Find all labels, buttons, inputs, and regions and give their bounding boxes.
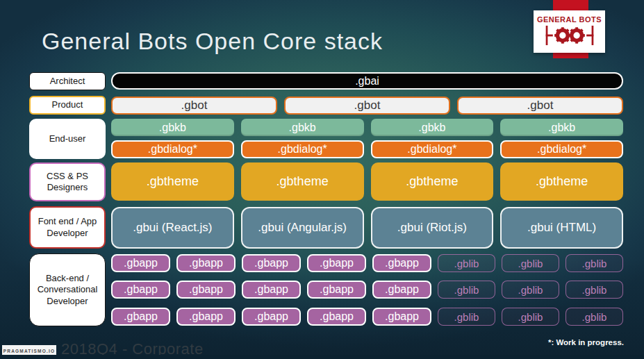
slide: General Bots Open Core stack GENERAL BOT… <box>0 0 644 359</box>
role-label-css-ps-designers: CSS & PS Designers <box>29 162 106 201</box>
stack-box-gbapp: .gbapp <box>242 281 301 299</box>
stack-box-gbui-html: .gbui (HTML) <box>500 207 623 249</box>
role-label-text: CSS & PS Designers <box>35 171 100 194</box>
stack-box-gbapp: .gbapp <box>372 254 431 272</box>
row-gbapp-1: .gbapp .gbapp .gbapp .gbapp .gbapp .gbli… <box>111 254 623 272</box>
role-label-backend-conversational-developer: Back-end / Conversational Developer <box>29 253 106 326</box>
role-label-end-user: End-user <box>29 119 106 159</box>
row-gbdialog: .gbdialog* .gbdialog* .gbdialog* .gbdial… <box>111 140 623 158</box>
gears-icon <box>543 24 597 47</box>
stack-box-gblib: .gblib <box>565 281 623 299</box>
stack-box-gblib: .gblib <box>438 281 495 299</box>
stack-box-gbdialog: .gbdialog* <box>500 140 623 158</box>
stack-box-gbot: .gbot <box>111 97 277 115</box>
row-gbtheme: .gbtheme .gbtheme .gbtheme .gbtheme <box>111 162 623 201</box>
stack-box-gbkb: .gbkb <box>371 119 494 136</box>
stack-box-gbapp: .gbapp <box>111 254 170 272</box>
role-label-frontend-app-developer: Font end / App Developer <box>29 206 106 249</box>
stack-box-gbui-riot: .gbui (Riot.js) <box>371 207 494 249</box>
stack-box-gbapp: .gbapp <box>176 254 236 272</box>
row-gbot: .gbot .gbot .gbot <box>111 97 623 115</box>
stack-box-gbapp: .gbapp <box>307 254 366 272</box>
stack-box-gbui-react: .gbui (React.js) <box>111 207 234 249</box>
stack-box-gbapp: .gbapp <box>176 308 236 326</box>
row-gbkb: .gbkb .gbkb .gbkb .gbkb <box>111 119 623 136</box>
role-label-text: Font end / App Developer <box>35 216 100 239</box>
stack-box-gbtheme: .gbtheme <box>111 162 234 201</box>
general-bots-logo: GENERAL BOTS <box>534 10 605 53</box>
row-gbapp-3: .gbapp .gbapp .gbapp .gbapp .gbapp .gbli… <box>111 308 623 326</box>
stack-box-gbapp: .gbapp <box>242 308 301 326</box>
stack-box-gbtheme: .gbtheme <box>500 162 623 201</box>
page-title: General Bots Open Core stack <box>42 28 383 55</box>
stack-box-gbtheme: .gbtheme <box>241 162 364 201</box>
stack-box-gbapp: .gbapp <box>372 281 431 299</box>
row-gbapp-2: .gbapp .gbapp .gbapp .gbapp .gbapp .gbli… <box>111 281 623 299</box>
stack-box-gblib: .gblib <box>438 308 495 326</box>
stack-box-gbapp: .gbapp <box>307 281 366 299</box>
role-label-text: Back-end / Conversational Developer <box>34 273 101 307</box>
stack-box-gbapp: .gbapp <box>111 281 170 299</box>
stack-box-gbtheme: .gbtheme <box>371 162 494 201</box>
stack-box-gbui-angular: .gbui (Angular.js) <box>241 207 364 249</box>
stack-box-gbot: .gbot <box>457 97 623 115</box>
work-in-progress-footnote: *: Work in progress. <box>548 338 624 347</box>
stack-box-gbapp: .gbapp <box>176 281 236 299</box>
logo-text: GENERAL BOTS <box>537 15 602 24</box>
role-label-product: Product <box>29 96 106 115</box>
stack-box-gblib: .gblib <box>438 254 495 272</box>
stack-box-gbapp: .gbapp <box>307 308 366 326</box>
stack-box-gbapp: .gbapp <box>242 254 301 272</box>
stack-box-gblib: .gblib <box>502 308 559 326</box>
stack-box-gblib: .gblib <box>565 254 623 272</box>
bottom-band <box>0 355 644 359</box>
stack-box-gbapp: .gbapp <box>372 308 431 326</box>
role-label-text: Architect <box>50 76 85 87</box>
stack-box-gbkb: .gbkb <box>500 119 623 136</box>
row-gbai: .gbai <box>111 72 623 90</box>
stack-box-gbdialog: .gbdialog* <box>111 140 234 158</box>
stack-box-gblib: .gblib <box>502 254 559 272</box>
role-label-text: Product <box>52 99 83 110</box>
stack-box-gbdialog: .gbdialog* <box>371 140 494 158</box>
stack-box-gbai: .gbai <box>111 72 623 90</box>
role-label-architect: Architect <box>29 72 106 90</box>
role-label-text: End-user <box>49 133 86 144</box>
stack-box-gblib: .gblib <box>565 308 623 326</box>
stack-box-gblib: .gblib <box>502 281 559 299</box>
row-gbui: .gbui (React.js) .gbui (Angular.js) .gbu… <box>111 207 623 249</box>
stack-box-gbdialog: .gbdialog* <box>241 140 364 158</box>
stack-box-gbapp: .gbapp <box>111 308 170 326</box>
stack-box-gbot: .gbot <box>284 97 450 115</box>
stack-box-gbkb: .gbkb <box>111 119 234 136</box>
stack-box-gbkb: .gbkb <box>241 119 364 136</box>
